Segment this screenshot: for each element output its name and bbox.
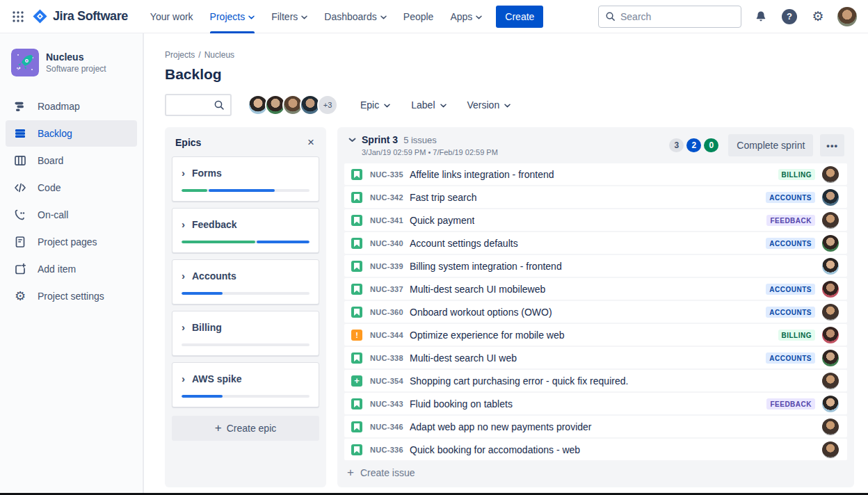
assignee-avatar <box>822 327 839 343</box>
app-switcher-icon[interactable] <box>10 8 26 25</box>
nav-item-people[interactable]: People <box>395 0 442 33</box>
issue-row[interactable]: NUC-341Quick paymentFEEDBACK <box>344 209 847 231</box>
chevron-right-icon[interactable]: › <box>182 322 185 332</box>
breadcrumb-link-projects[interactable]: Projects <box>165 50 195 60</box>
issue-row[interactable]: NUC-336Quick booking for accomodations -… <box>344 439 847 460</box>
issue-row[interactable]: NUC-346Adapt web app no new payments pro… <box>344 416 847 437</box>
sidebar-item-on-call[interactable]: On-call <box>6 202 137 228</box>
issue-row-right: ACCOUNTS <box>759 235 839 252</box>
issue-row[interactable]: NUC-343Fluid booking on tabletsFEEDBACK <box>344 393 847 414</box>
sprint-issue-count: 5 issues <box>403 135 437 145</box>
jira-logo[interactable]: Jira Software <box>32 8 128 24</box>
chevron-right-icon[interactable]: › <box>182 168 185 178</box>
chevron-down-icon <box>301 15 307 19</box>
issue-row[interactable]: !NUC-344Optimize experience for mobile w… <box>344 324 847 346</box>
epic-name: Forms <box>192 168 222 179</box>
chevron-right-icon[interactable]: › <box>182 219 185 229</box>
issue-row[interactable]: NUC-335Affelite links integration - fron… <box>344 163 847 185</box>
epic-card-accounts[interactable]: ›Accounts <box>172 259 319 305</box>
nav-item-filters[interactable]: Filters <box>263 0 316 33</box>
sidebar-item-project-settings[interactable]: ⚙Project settings <box>6 283 137 309</box>
sidebar-item-project-pages[interactable]: Project pages <box>6 229 137 255</box>
issue-row[interactable]: NUC-339Billing system integration - fron… <box>344 255 847 277</box>
search-icon <box>605 11 616 22</box>
issue-row-right: ACCOUNTS <box>759 304 839 320</box>
issue-type-story-icon <box>351 352 362 364</box>
nav-item-label: Filters <box>271 11 298 22</box>
nav-item-projects[interactable]: Projects <box>202 0 264 33</box>
chevron-right-icon[interactable]: › <box>182 270 185 281</box>
assignee-avatar <box>822 396 839 412</box>
filter-dropdown-epic[interactable]: Epic <box>355 95 396 115</box>
create-issue-label: Create issue <box>360 467 415 478</box>
sidebar-item-label: Code <box>38 182 61 193</box>
epic-progress-bar <box>182 292 310 295</box>
issue-key: NUC-340 <box>370 239 410 248</box>
issue-row[interactable]: NUC-338Multi-dest search UI webACCOUNTS <box>344 347 847 368</box>
notifications-bell-icon[interactable] <box>752 8 770 26</box>
global-search[interactable] <box>598 6 741 28</box>
sidebar-item-roadmap[interactable]: Roadmap <box>6 93 137 120</box>
create-button[interactable]: Create <box>496 6 543 28</box>
avatar-overflow-count[interactable]: +3 <box>317 95 338 115</box>
epic-name: Accounts <box>192 270 236 282</box>
sprint-panel: Sprint 3 5 issues 3/Jan/19 02:59 PM • 7/… <box>337 127 854 487</box>
issue-row[interactable]: NUC-342Fast trip searchACCOUNTS <box>344 186 847 208</box>
progress-segment-blue <box>257 241 310 243</box>
chevron-down-icon <box>384 104 390 108</box>
issue-row[interactable]: NUC-340Account settings defaultsACCOUNTS <box>344 232 847 254</box>
nav-item-your-work[interactable]: Your work <box>142 0 202 33</box>
issue-row[interactable]: NUC-360Onboard workout options (OWO)ACCO… <box>344 301 847 323</box>
sidebar-item-label: Backlog <box>38 128 72 139</box>
assignee-avatar <box>822 350 839 366</box>
issue-key: NUC-335 <box>370 170 410 179</box>
sidebar-item-code[interactable]: Code <box>6 175 137 201</box>
assignee-avatar <box>822 235 839 252</box>
sprint-dates: 3/Jan/19 02:59 PM • 7/Feb/19 02:59 PM <box>362 148 498 156</box>
epic-card-aws-spike[interactable]: ›AWS spike <box>172 362 319 407</box>
close-icon[interactable]: × <box>305 136 316 148</box>
issue-type-alert-icon: ! <box>351 330 362 341</box>
sidebar-item-add-item[interactable]: Add item <box>6 256 137 282</box>
progress-segment-green <box>182 189 207 192</box>
filter-dropdown-label[interactable]: Label <box>405 95 451 115</box>
backlog-search[interactable] <box>165 94 232 116</box>
epics-list: ›Forms›Feedback›Accounts›Billing›AWS spi… <box>172 156 319 414</box>
epic-card-billing[interactable]: ›Billing <box>172 311 319 356</box>
create-issue-button[interactable]: + Create issue <box>344 462 847 482</box>
settings-gear-icon[interactable]: ⚙ <box>809 8 827 26</box>
help-icon[interactable]: ? <box>780 8 798 26</box>
epic-card-feedback[interactable]: ›Feedback <box>172 208 319 253</box>
sprint-name[interactable]: Sprint 3 <box>362 134 398 145</box>
create-epic-button[interactable]: + Create epic <box>172 416 319 441</box>
sidebar-item-label: Board <box>38 155 63 166</box>
sprint-more-actions-button[interactable]: ••• <box>820 134 844 156</box>
chevron-right-icon[interactable]: › <box>182 373 185 384</box>
assignee-avatar <box>822 189 839 206</box>
sidebar-item-board[interactable]: Board <box>6 147 137 174</box>
assignee-avatar <box>822 281 839 298</box>
nav-item-apps[interactable]: Apps <box>442 0 490 33</box>
backlog-search-input[interactable] <box>172 100 214 111</box>
sidebar-item-backlog[interactable]: Backlog <box>6 120 137 147</box>
complete-sprint-button[interactable]: Complete sprint <box>728 134 813 156</box>
filter-dropdown-version[interactable]: Version <box>462 95 517 115</box>
sprint-collapse-chevron-icon[interactable] <box>348 138 356 143</box>
progress-segment-blue <box>182 395 223 398</box>
breadcrumb-link-nucleus[interactable]: Nucleus <box>204 50 234 60</box>
epic-progress-bar <box>182 189 310 192</box>
breadcrumb: Projects/Nucleus <box>165 50 854 60</box>
epic-card-forms[interactable]: ›Forms <box>172 156 319 202</box>
project-header[interactable]: Nucleus Software project <box>6 49 137 76</box>
global-search-input[interactable] <box>620 11 734 22</box>
issue-row[interactable]: +NUC-354Shopping cart purchasing error -… <box>344 370 847 391</box>
sidebar-item-label: Project settings <box>38 291 104 302</box>
user-avatar[interactable] <box>837 7 857 26</box>
issue-summary: Onboard workout options (OWO) <box>410 307 552 318</box>
assignee-avatar <box>822 166 839 183</box>
issue-label-badge: ACCOUNTS <box>766 352 815 364</box>
backlog-content: Epics × ›Forms›Feedback›Accounts›Billing… <box>165 127 854 493</box>
jira-logo-icon <box>32 8 48 24</box>
nav-item-dashboards[interactable]: Dashboards <box>316 0 395 33</box>
issue-row[interactable]: NUC-337Multi-dest search UI mobilewebACC… <box>344 278 847 300</box>
